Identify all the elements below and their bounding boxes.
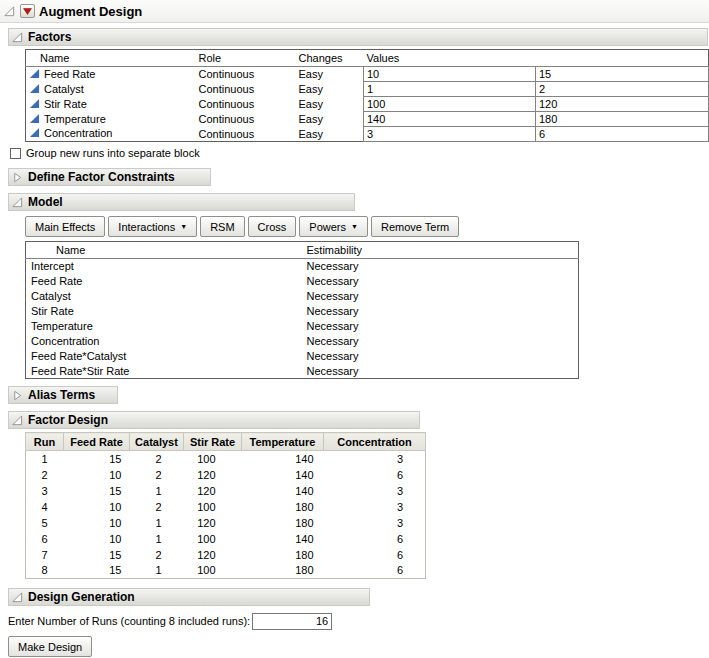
- factor-value-low-cell[interactable]: 1: [364, 82, 536, 97]
- design-col-feed-rate: Feed Rate: [64, 433, 130, 451]
- factor-role-cell[interactable]: Continuous: [196, 97, 296, 112]
- disclosure-open-icon[interactable]: [3, 5, 16, 18]
- disclosure-closed-icon[interactable]: [11, 389, 24, 402]
- factor-changes-cell[interactable]: Easy: [296, 82, 364, 97]
- model-buttons-row: Main EffectsInteractions▼RSMCrossPowers▼…: [25, 216, 709, 237]
- factor-value-low-cell[interactable]: 10: [364, 67, 536, 82]
- button-label: RSM: [210, 221, 234, 233]
- model-term-row[interactable]: Feed Rate*CatalystNecessary: [26, 349, 579, 364]
- factor-value-high-cell[interactable]: 120: [536, 97, 709, 112]
- factor-role-cell[interactable]: Continuous: [196, 82, 296, 97]
- factor-design-section-bar[interactable]: Factor Design: [8, 411, 420, 429]
- disclosure-open-icon[interactable]: [11, 196, 24, 209]
- factor-name-cell[interactable]: Stir Rate: [26, 97, 196, 112]
- design-cell: 180: [242, 547, 324, 563]
- num-runs-row: Enter Number of Runs (counting 8 include…: [8, 612, 709, 630]
- disclosure-open-icon[interactable]: [11, 31, 24, 44]
- design-col-run: Run: [26, 433, 64, 451]
- design-cell: 120: [184, 515, 242, 531]
- factor-name: Concentration: [44, 127, 113, 139]
- define-factor-constraints-title: Define Factor Constraints: [28, 170, 175, 184]
- design-generation-section-bar[interactable]: Design Generation: [8, 588, 370, 606]
- remove-term-button[interactable]: Remove Term: [371, 216, 459, 237]
- factor-name-cell[interactable]: Temperature: [26, 112, 196, 127]
- design-cell: 15: [64, 451, 130, 467]
- alias-terms-bar[interactable]: Alias Terms: [8, 386, 118, 404]
- model-term-name: Feed Rate*Catalyst: [26, 349, 304, 364]
- disclosure-closed-icon[interactable]: [11, 171, 24, 184]
- factor-row: Feed RateContinuousEasy1015: [26, 67, 709, 82]
- design-cell: 2: [130, 547, 184, 563]
- factor-value-low-cell[interactable]: 140: [364, 112, 536, 127]
- model-term-row[interactable]: CatalystNecessary: [26, 289, 579, 304]
- button-label: Remove Term: [381, 221, 449, 233]
- disclosure-open-icon[interactable]: [11, 414, 24, 427]
- rsm-button[interactable]: RSM: [200, 216, 244, 237]
- model-term-row[interactable]: ConcentrationNecessary: [26, 334, 579, 349]
- factor-value-high-cell[interactable]: 6: [536, 127, 709, 142]
- design-cell: 1: [26, 451, 64, 467]
- factor-changes-cell[interactable]: Easy: [296, 127, 364, 142]
- model-term-row[interactable]: TemperatureNecessary: [26, 319, 579, 334]
- define-factor-constraints-bar[interactable]: Define Factor Constraints: [8, 168, 211, 186]
- factors-col-changes: Changes: [296, 50, 364, 67]
- num-runs-input[interactable]: [252, 613, 332, 630]
- factor-changes-cell[interactable]: Easy: [296, 67, 364, 82]
- factor-role-cell[interactable]: Continuous: [196, 67, 296, 82]
- model-term-row[interactable]: Feed Rate*Stir RateNecessary: [26, 364, 579, 379]
- powers-button[interactable]: Powers▼: [299, 216, 368, 237]
- main-effects-button[interactable]: Main Effects: [25, 216, 105, 237]
- dropdown-arrow-icon: ▼: [180, 223, 187, 230]
- dropdown-arrow-icon: ▼: [351, 223, 358, 230]
- continuous-factor-icon: [29, 83, 40, 96]
- design-run-row: 31511201403: [26, 483, 426, 499]
- model-term-row[interactable]: InterceptNecessary: [26, 259, 579, 274]
- model-title: Model: [28, 195, 63, 209]
- factor-value-high-cell[interactable]: 2: [536, 82, 709, 97]
- augment-design-outline-header: Augment Design: [0, 0, 709, 23]
- group-block-checkbox[interactable]: [10, 148, 21, 159]
- design-cell: 100: [184, 451, 242, 467]
- factor-name: Catalyst: [44, 83, 84, 95]
- factor-name-cell[interactable]: Catalyst: [26, 82, 196, 97]
- design-cell: 1: [130, 563, 184, 579]
- model-section-bar[interactable]: Model: [8, 193, 355, 211]
- red-triangle-menu-icon[interactable]: [20, 4, 35, 18]
- design-col-temperature: Temperature: [242, 433, 324, 451]
- factor-name: Stir Rate: [44, 98, 87, 110]
- design-cell: 140: [242, 483, 324, 499]
- continuous-factor-icon: [29, 113, 40, 126]
- factor-role-cell[interactable]: Continuous: [196, 112, 296, 127]
- factor-value-high-cell[interactable]: 15: [536, 67, 709, 82]
- model-term-estimability: Necessary: [304, 319, 579, 334]
- design-cell: 2: [130, 499, 184, 515]
- design-cell: 3: [324, 483, 426, 499]
- factor-value-high-cell[interactable]: 180: [536, 112, 709, 127]
- cross-button[interactable]: Cross: [248, 216, 297, 237]
- group-block-row: Group new runs into separate block: [10, 146, 709, 160]
- design-cell: 180: [242, 499, 324, 515]
- design-cell: 3: [26, 483, 64, 499]
- factors-col-values: Values: [364, 50, 709, 67]
- factor-value-low-cell[interactable]: 3: [364, 127, 536, 142]
- design-cell: 100: [184, 499, 242, 515]
- model-term-row[interactable]: Feed RateNecessary: [26, 274, 579, 289]
- factor-design-title: Factor Design: [28, 413, 108, 427]
- factor-row: Stir RateContinuousEasy100120: [26, 97, 709, 112]
- factor-name-cell[interactable]: Feed Rate: [26, 67, 196, 82]
- factor-value-low-cell[interactable]: 100: [364, 97, 536, 112]
- factor-changes-cell[interactable]: Easy: [296, 97, 364, 112]
- factor-role-cell[interactable]: Continuous: [196, 127, 296, 142]
- disclosure-open-icon[interactable]: [11, 591, 24, 604]
- factor-changes-cell[interactable]: Easy: [296, 112, 364, 127]
- model-term-row[interactable]: Stir RateNecessary: [26, 304, 579, 319]
- model-col-estimability: Estimability: [304, 242, 579, 259]
- factors-section-bar[interactable]: Factors: [8, 28, 708, 46]
- interactions-button[interactable]: Interactions▼: [108, 216, 197, 237]
- factors-table: Name Role Changes Values Feed RateContin…: [25, 49, 709, 142]
- factor-name: Feed Rate: [44, 68, 95, 80]
- make-design-button[interactable]: Make Design: [8, 636, 92, 657]
- design-cell: 140: [242, 531, 324, 547]
- continuous-factor-icon: [29, 98, 40, 111]
- factor-name-cell[interactable]: Concentration: [26, 127, 196, 142]
